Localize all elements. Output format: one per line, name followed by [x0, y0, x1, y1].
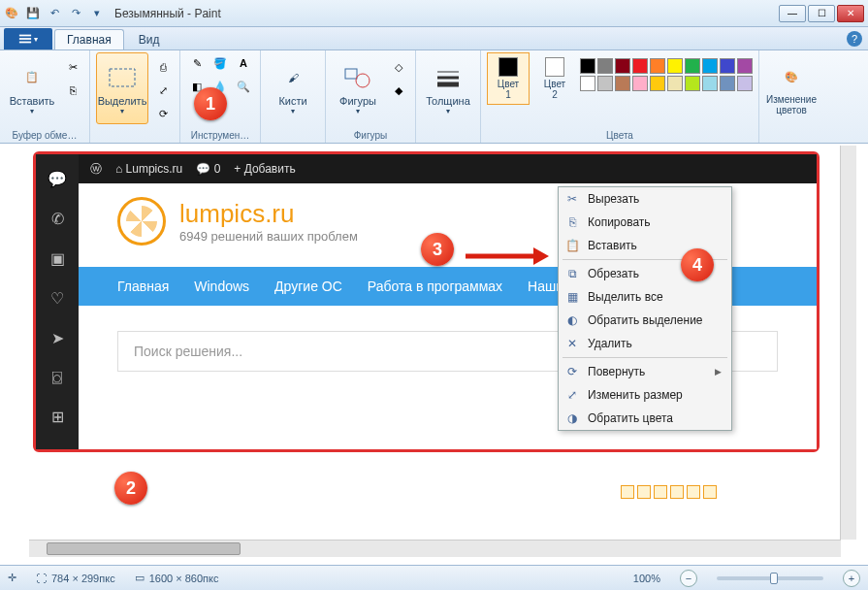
- color1-button[interactable]: Цвет 1: [487, 52, 530, 105]
- qat-undo-icon[interactable]: ↶: [47, 6, 62, 21]
- site-brand: lumpics.ru: [179, 199, 358, 229]
- color-swatch[interactable]: [580, 76, 595, 91]
- brush-icon: 🖌: [277, 62, 308, 93]
- vk-icon[interactable]: ▣: [50, 249, 65, 268]
- paste-icon: 📋: [564, 238, 580, 253]
- color-swatch[interactable]: [597, 58, 613, 74]
- crop-icon[interactable]: ⎙: [152, 56, 174, 78]
- ctx-delete[interactable]: ✕Удалить: [559, 332, 731, 355]
- wp-logo-icon[interactable]: ⓦ: [90, 161, 102, 178]
- rotate-icon[interactable]: ⟳: [152, 103, 174, 124]
- context-menu: ✂Вырезать ⎘Копировать 📋Вставить ⧉Обрезат…: [558, 186, 732, 431]
- resize-icon: ⤢: [564, 387, 580, 403]
- invert-icon: ◐: [564, 312, 580, 328]
- group-shapes-label: Фигуры: [332, 129, 409, 143]
- nav-item[interactable]: Работа в программах: [368, 279, 502, 294]
- whatsapp-icon[interactable]: ✆: [51, 210, 64, 228]
- shapes-icon: [342, 62, 373, 93]
- pencil-icon[interactable]: ✎: [186, 52, 208, 74]
- comments-link[interactable]: 💬 0: [196, 162, 220, 176]
- nav-item[interactable]: Windows: [194, 279, 249, 294]
- nav-item[interactable]: Другие ОС: [274, 279, 342, 294]
- help-icon[interactable]: ?: [847, 31, 862, 47]
- tab-view[interactable]: Вид: [126, 29, 173, 49]
- ctx-select-all[interactable]: ▦Выделить все: [559, 285, 731, 309]
- color-swatch[interactable]: [702, 58, 718, 74]
- browser-sidebar: 💬 ✆ ▣ ♡ ➤ ⌼ ⊞: [36, 154, 79, 449]
- qat-save-icon[interactable]: 💾: [25, 6, 41, 21]
- callout-badge-4: 4: [681, 248, 714, 281]
- callout-badge-1: 1: [194, 87, 227, 120]
- select-rect-icon: [107, 62, 138, 93]
- color-swatch[interactable]: [597, 76, 613, 91]
- ctx-copy[interactable]: ⎘Копировать: [559, 211, 731, 234]
- callout-badge-2: 2: [114, 472, 147, 505]
- qat-dropdown-icon[interactable]: ▾: [89, 6, 105, 21]
- camera-icon[interactable]: ⌼: [52, 369, 62, 386]
- ctx-rotate[interactable]: ⟳Повернуть▶: [559, 360, 731, 383]
- rotate-icon: ⟳: [564, 364, 580, 379]
- ctx-invert-selection[interactable]: ◐Обратить выделение: [559, 309, 731, 332]
- qat-redo-icon[interactable]: ↷: [68, 6, 83, 21]
- color-swatch[interactable]: [632, 76, 648, 91]
- minimize-button[interactable]: ―: [779, 5, 806, 22]
- clipboard-icon: 📋: [16, 62, 48, 93]
- ctx-invert-colors[interactable]: ◑Обратить цвета: [559, 407, 731, 430]
- select-button[interactable]: Выделить▾: [96, 52, 148, 124]
- color-swatch[interactable]: [737, 76, 753, 91]
- messenger-icon[interactable]: 💬: [48, 170, 67, 188]
- zoom-in-button[interactable]: +: [843, 570, 860, 587]
- ctx-resize[interactable]: ⤢Изменить размер: [559, 383, 731, 407]
- color-swatch[interactable]: [667, 76, 683, 91]
- nav-item[interactable]: Главная: [117, 279, 169, 294]
- color-palette[interactable]: [580, 52, 753, 91]
- outline-icon[interactable]: ◇: [388, 56, 409, 78]
- tab-home[interactable]: Главная: [54, 29, 124, 49]
- horizontal-scrollbar[interactable]: [29, 540, 841, 557]
- red-arrow-icon: [464, 245, 551, 268]
- cut-icon[interactable]: ✂: [62, 56, 83, 78]
- site-link[interactable]: ⌂ Lumpics.ru: [115, 162, 182, 176]
- svg-rect-0: [19, 35, 31, 37]
- fill-shape-icon[interactable]: ◆: [388, 80, 409, 101]
- zoom-icon[interactable]: 🔍: [233, 76, 254, 97]
- close-button[interactable]: ✕: [837, 5, 864, 22]
- text-icon[interactable]: A: [233, 52, 254, 74]
- color-swatch[interactable]: [702, 76, 718, 91]
- grid-icon[interactable]: ⊞: [51, 408, 64, 426]
- heart-icon[interactable]: ♡: [50, 289, 64, 308]
- add-new-link[interactable]: + Добавить: [234, 162, 295, 176]
- copy-icon: ⎘: [564, 214, 580, 230]
- edit-colors-button[interactable]: 🎨 Изменение цветов: [765, 52, 818, 124]
- color-swatch[interactable]: [615, 76, 630, 91]
- color-swatch[interactable]: [720, 58, 735, 74]
- zoom-out-button[interactable]: −: [680, 570, 697, 587]
- color-swatch[interactable]: [685, 58, 700, 74]
- size-button[interactable]: Толщина▾: [422, 52, 474, 124]
- maximize-button[interactable]: ☐: [808, 5, 835, 22]
- paste-button[interactable]: 📋 Вставить▾: [6, 52, 58, 124]
- color-swatch[interactable]: [632, 58, 648, 74]
- resize-icon[interactable]: ⤢: [152, 80, 174, 101]
- fill-icon[interactable]: 🪣: [209, 52, 231, 74]
- color-swatch[interactable]: [650, 76, 665, 91]
- copy-icon[interactable]: ⎘: [62, 80, 83, 101]
- send-icon[interactable]: ➤: [51, 329, 64, 347]
- color-swatch[interactable]: [650, 58, 665, 74]
- ctx-cut[interactable]: ✂Вырезать: [559, 187, 731, 211]
- crop-icon: ⧉: [564, 266, 580, 281]
- color-swatch[interactable]: [615, 58, 630, 74]
- window-title: Безымянный - Paint: [114, 7, 221, 20]
- color-swatch[interactable]: [685, 76, 700, 91]
- svg-marker-10: [533, 247, 549, 265]
- color-swatch[interactable]: [737, 58, 753, 74]
- color1-swatch: [498, 57, 518, 77]
- shapes-button[interactable]: Фигуры▾: [332, 52, 384, 124]
- color2-button[interactable]: Цвет 2: [533, 52, 576, 105]
- color-swatch[interactable]: [580, 58, 595, 74]
- color-swatch[interactable]: [667, 58, 683, 74]
- file-menu-button[interactable]: ▾: [4, 28, 52, 49]
- color-swatch[interactable]: [720, 76, 735, 91]
- zoom-slider[interactable]: [717, 576, 823, 580]
- brushes-button[interactable]: 🖌 Кисти▾: [267, 52, 319, 124]
